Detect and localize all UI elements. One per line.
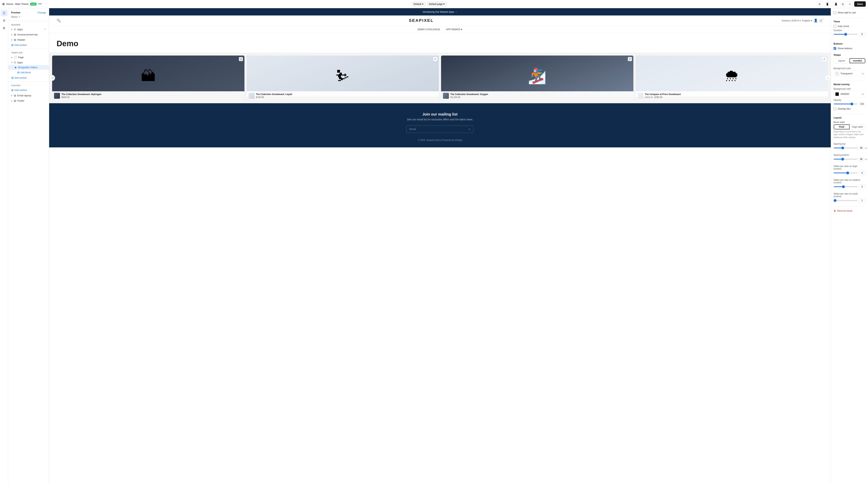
block-width-page-button[interactable]: Page width (849, 124, 865, 129)
product-thumb-2 (249, 93, 254, 99)
sidebar-item-email-signup[interactable]: ▶ ▦ Email signup (8, 93, 49, 98)
overlay-blur-row: Overlay blur (834, 107, 865, 110)
opacity-slider[interactable] (834, 104, 858, 104)
slides-medium-section: Slides per view on medium screens 3 (834, 179, 865, 189)
block-width-fluid-button[interactable]: Fluid (834, 124, 849, 129)
spacing-top-slider[interactable] (834, 148, 858, 148)
mailing-list-title: Join our mailing list (57, 112, 823, 116)
slides-large-slider[interactable] (834, 173, 858, 173)
show-add-to-cart-label: Show add to cart (838, 11, 856, 14)
announcement-bar: Introducing Our Newest Apps → (49, 8, 831, 16)
show-add-to-cart-checkbox[interactable] (834, 11, 836, 14)
modal-bg-color-row[interactable]: #000000 ⧉ (834, 91, 865, 97)
product-name-1: The Collection Snowboard: Hydrogen (61, 93, 101, 96)
locale-selector[interactable]: Greece | EUR € ▾ (782, 19, 801, 22)
auto-scroll-checkbox[interactable] (834, 25, 836, 28)
product-expand-1[interactable]: ⤢ (239, 57, 243, 61)
duration-slider[interactable] (834, 34, 858, 35)
sidebar-apps-icon[interactable]: ⊞ (1, 25, 7, 31)
modal-color-swatch (835, 92, 839, 96)
monitor-view-button[interactable]: 🖥 (816, 1, 823, 7)
slides-small-slider[interactable] (834, 200, 858, 201)
sidebar-item-apps-header[interactable]: ▶ ⊞ Apps 👁 (8, 27, 49, 32)
product-image-2: ⛷ (247, 56, 439, 96)
show-buttons-row: Show buttons (834, 47, 865, 50)
sidebar-sections-icon[interactable]: ☰ (1, 10, 7, 17)
left-panel: Preview Change Demo ↗ Header ▶ ⊞ Apps 👁 … (8, 8, 49, 483)
sidebar-item-announcement-bar[interactable]: ▶ ▦ Announcement bar (8, 32, 49, 37)
product-expand-4[interactable]: ⤢ (822, 57, 826, 61)
products-next-arrow[interactable]: → (825, 75, 831, 81)
bg-color-row[interactable]: Transparent ⧉ (834, 70, 865, 77)
theme-icon: ⊞ (2, 2, 5, 6)
preview-section: Preview Change Demo ↗ (8, 10, 49, 20)
footer-icon: ▦ (14, 99, 16, 102)
show-add-to-cart-row: Show add to cart (834, 11, 865, 14)
default-dropdown[interactable]: Default ▾ (412, 1, 426, 6)
product-info-4: The Compare at Price Snowboard $885.95 $… (636, 91, 828, 100)
mobile-view-button[interactable]: 📲 (832, 1, 839, 7)
product-name-3: The Collection Snowboard: Oxygen (451, 93, 488, 96)
spacing-top-value: 36 (859, 146, 864, 150)
show-buttons-checkbox[interactable] (834, 47, 836, 50)
account-icon[interactable]: 👤 (814, 19, 818, 23)
nav-chevron: ▾ (461, 28, 462, 31)
store-logo: SEAPIXEL (409, 18, 434, 23)
default-page-dropdown[interactable]: Default page ▾ (427, 1, 447, 6)
tablet-view-button[interactable]: 📱 (824, 1, 831, 7)
undo-button[interactable]: ↩ (847, 1, 853, 7)
overlay-blur-checkbox[interactable] (834, 108, 836, 110)
nav-demo-catalogue[interactable]: DEMO CATALOGUE (417, 28, 440, 31)
auto-scroll-row: Auto scroll (834, 25, 865, 28)
slides-medium-slider[interactable] (834, 186, 858, 187)
product-price-2: $749.95 (256, 96, 292, 98)
remove-block-button[interactable]: 🗑 Remove block (834, 209, 852, 213)
add-section-template-button[interactable]: ⊕ Add section (8, 75, 49, 81)
slides-large-label: Slides per view on large screens (834, 165, 865, 170)
email-input[interactable] (407, 125, 465, 133)
product-expand-3[interactable]: ⤢ (628, 57, 632, 61)
email-submit-button[interactable]: → (465, 125, 473, 133)
save-button[interactable]: Save (854, 1, 866, 7)
sidebar-item-apps-template[interactable]: ▶ ⊞ Apps (8, 60, 49, 65)
spacing-bottom-slider[interactable] (834, 159, 858, 160)
shoppable-video-icon: ▶ (15, 66, 17, 69)
sidebar-item-shoppable-videos[interactable]: ▶ Shoppable Videos (8, 65, 49, 70)
products-grid: ← 🏔 ⤢ The Collection Snowboard: Hydrogen… (52, 56, 828, 100)
footer-section: Join our mailing list Join our email lis… (49, 103, 831, 147)
nav-app-demos[interactable]: APP DEMOS ▾ (446, 28, 462, 31)
template-section: Template ▶ 📄 Page ▶ ⊞ Apps ▶ Shoppable V… (8, 50, 49, 81)
bg-color-copy-button[interactable]: ⧉ (862, 72, 864, 75)
preview-inner: Introducing Our Newest Apps → 🔍 SEAPIXEL… (49, 8, 831, 483)
block-width-help: Depending on your theme, the apps sectio… (834, 130, 865, 139)
live-badge: Live (30, 3, 37, 6)
product-thumb-1 (54, 93, 60, 99)
sidebar-item-footer[interactable]: ▶ ▦ Footer (8, 98, 49, 103)
spacing-bottom-label: Spacing bottom (834, 154, 865, 157)
products-prev-arrow[interactable]: ← (49, 75, 55, 81)
shape-square-button[interactable]: square (834, 58, 849, 63)
shape-rounded-button[interactable]: rounded (849, 58, 865, 63)
modal-overlay-section: Modal overlay Background color #000000 ⧉… (834, 83, 865, 110)
add-block-button[interactable]: ⊕ Add block (8, 70, 49, 75)
search-icon[interactable]: 🔍 (57, 19, 61, 23)
bg-color-section: Background color Transparent ⧉ (834, 67, 865, 77)
sidebar-item-header[interactable]: ▶ ▦ Header (8, 37, 49, 42)
sidebar-settings-icon[interactable]: ⚙ (1, 17, 7, 24)
grid-view-button[interactable]: ⊞ (840, 1, 846, 7)
sidebar-item-page[interactable]: ▶ 📄 Page (8, 55, 49, 60)
add-section-footer-button[interactable]: ⊕ Add section (8, 87, 49, 93)
apps-template-label: Apps (17, 61, 23, 64)
language-selector[interactable]: English ▾ (802, 19, 812, 22)
product-expand-2[interactable]: ⤢ (433, 57, 437, 61)
slides-small-label: Slides per view on small screens (834, 193, 865, 198)
add-section-header-button[interactable]: ⊕ Add section (8, 42, 49, 48)
product-name-2: The Collection Snowboard: Liquid (256, 93, 292, 96)
expand-icon-footer: ▶ (11, 100, 13, 102)
cart-icon[interactable]: 🛒 (819, 19, 823, 23)
chevron-down-icon: ▾ (422, 3, 424, 5)
modal-color-copy-button[interactable]: ⧉ (862, 93, 864, 96)
topbar-menu-button[interactable]: ••• (38, 2, 42, 6)
change-button[interactable]: Change (37, 11, 46, 14)
product-price-3: $1,025.00 (451, 96, 488, 98)
